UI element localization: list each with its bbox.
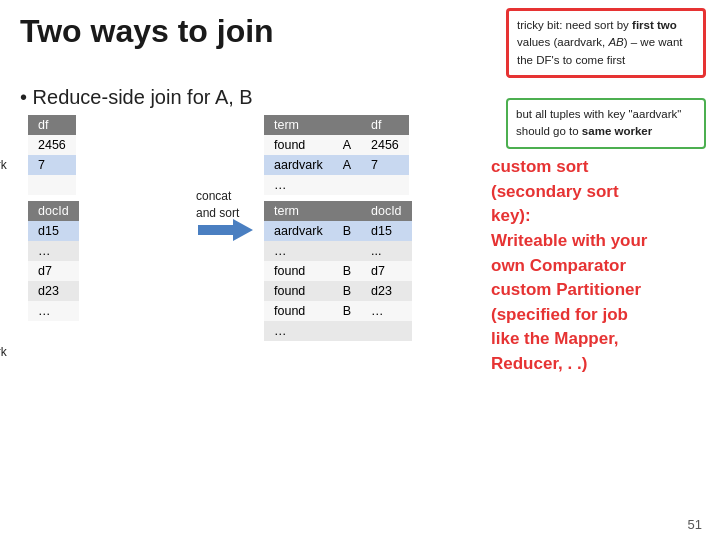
right-section: term df found A 2456 aardvark A 7 … [264,115,412,341]
cell: d15 [28,221,79,241]
left-df-table-wrap: df 2456 7 ark [28,115,79,195]
page-title: Two ways to join [20,14,274,49]
cell-key: A [333,135,361,155]
cell-term: found [264,135,333,155]
right-bottom-header-blank [333,201,361,221]
custom-sort-line8: like the Mapper, [491,327,706,352]
cell-key [333,321,361,341]
table-row [28,175,76,195]
left-section: df 2456 7 ark docId d15 … d7 d23 … [28,115,79,321]
callout-mid: but all tuples with key "aardvark" shoul… [506,98,706,149]
cell-term: aardvark [264,155,333,175]
page-number: 51 [688,517,702,532]
table-row: … [264,321,412,341]
cell-term: found [264,301,333,321]
cell-term: … [264,241,333,261]
table-row: aardvark B d15 [264,221,412,241]
cell-key: B [333,221,361,241]
cell-docid: d7 [361,261,412,281]
table-row: … ... [264,241,412,261]
cell-docid [361,321,412,341]
cell-docid: d23 [361,281,412,301]
left-df-table: df 2456 7 [28,115,76,195]
right-top-header-df: df [361,115,409,135]
cell-term: found [264,261,333,281]
cell: 2456 [28,135,76,155]
cell-df [361,175,409,195]
custom-sort-line9: Reducer, . .) [491,352,706,377]
cell-term: aardvark [264,221,333,241]
cell-docid: d15 [361,221,412,241]
right-top-header-term: term [264,115,333,135]
row-label-ark: ark [0,158,7,172]
table-row: 2456 [28,135,76,155]
custom-sort-line7: (specified for job [491,303,706,328]
table-row: aardvark A 7 [264,155,409,175]
callout-top-text: tricky bit: need sort by first two value… [517,19,683,66]
custom-sort-line6: custom Partitioner [491,278,706,303]
table-row: … [28,241,79,261]
arrow-shape [198,219,253,241]
cell-key: B [333,261,361,281]
row-label-2456 [0,137,3,151]
cell [28,175,76,195]
table-row: d15 [28,221,79,241]
table-row: found B … [264,301,412,321]
arrow-svg [198,215,253,245]
cell-term: found [264,281,333,301]
cell-key: B [333,301,361,321]
table-row: found B d7 [264,261,412,281]
custom-sort-line5: own Comparator [491,254,706,279]
custom-sort-line4: Writeable with your [491,229,706,254]
cell-key [333,175,361,195]
cell: … [28,301,79,321]
table-row: found A 2456 [264,135,409,155]
cell-df: 7 [361,155,409,175]
cell: … [28,241,79,261]
right-top-table: term df found A 2456 aardvark A 7 … [264,115,409,195]
cell: d7 [28,261,79,281]
table-row: … [28,301,79,321]
table-row: … [264,175,409,195]
left-docid-table-wrap: docId d15 … d7 d23 … ark [28,201,79,321]
cell: d23 [28,281,79,301]
table-row: 7 [28,155,76,175]
table-row: d23 [28,281,79,301]
cell-key: B [333,281,361,301]
custom-sort-line1: custom sort [491,155,706,180]
custom-sort-line3: key): [491,204,706,229]
right-bottom-table-wrap: term docId aardvark B d15 … ... found [264,201,412,341]
callout-top: tricky bit: need sort by first two value… [506,8,706,78]
cell-key: A [333,155,361,175]
right-top-header-blank [333,115,361,135]
concat-line1: concat [196,188,239,205]
row-label-ark2: ark [0,345,7,359]
left-docid-header: docId [28,201,79,221]
cell: 7 [28,155,76,175]
left-docid-table: docId d15 … d7 d23 … [28,201,79,321]
cell-df: 2456 [361,135,409,155]
custom-sort-line2: (secondary sort [491,180,706,205]
right-bottom-table: term docId aardvark B d15 … ... found [264,201,412,341]
subtitle-bullet: • Reduce-side join for A, B [20,86,253,109]
right-bottom-header-docid: docId [361,201,412,221]
custom-sort-text: custom sort (secondary sort key): Writea… [491,155,706,377]
cell-docid: … [361,301,412,321]
table-row: d7 [28,261,79,281]
right-bottom-header-term: term [264,201,333,221]
right-top-table-wrap: term df found A 2456 aardvark A 7 … [264,115,412,195]
cell-key [333,241,361,261]
cell-term: … [264,175,333,195]
cell-term: … [264,321,333,341]
cell-docid: ... [361,241,412,261]
table-row: found B d23 [264,281,412,301]
callout-mid-text: but all tuples with key "aardvark" shoul… [516,108,681,137]
left-df-header: df [28,115,76,135]
